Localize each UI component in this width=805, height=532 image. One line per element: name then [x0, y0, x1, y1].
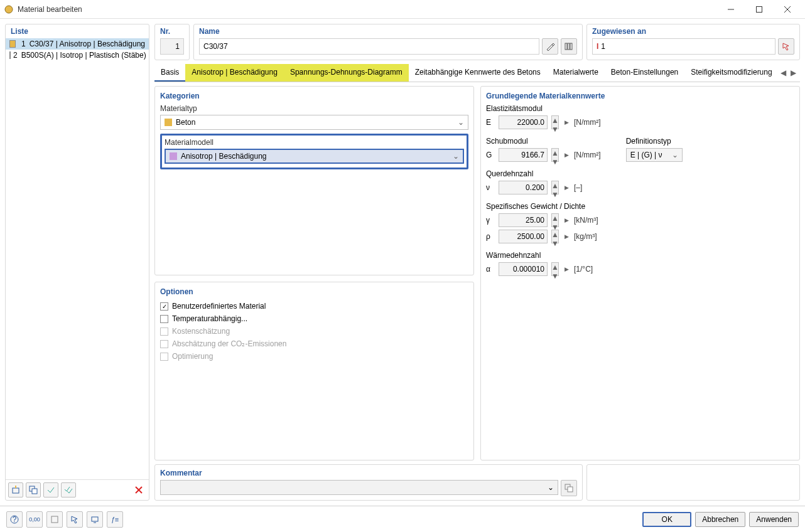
tab-beton-einstellungen[interactable]: Beton-Einstellungen [605, 64, 684, 82]
g-unit: [N/mm²] [574, 151, 601, 159]
e-symbol: E [486, 118, 495, 127]
svg-rect-2 [756, 6, 762, 12]
minimize-button[interactable] [716, 1, 745, 18]
assigned-input[interactable]: I1 [592, 38, 775, 55]
tab-anisotrop-besch-digung[interactable]: Anisotrop | Beschädigung [185, 64, 284, 82]
maximize-button[interactable] [745, 1, 773, 18]
definitiontype-dropdown[interactable]: E | (G) | ν ⌄ [626, 148, 683, 162]
nu-unit: [–] [574, 183, 582, 192]
svg-rect-19 [92, 517, 98, 521]
alpha-symbol: α [486, 265, 495, 274]
material-list: 1 C30/37 | Anisotrop | Beschädigung 2 B5… [6, 38, 149, 479]
svg-rect-12 [568, 43, 570, 50]
display-button[interactable] [87, 511, 103, 528]
name-input[interactable]: C30/37 [199, 38, 539, 55]
new-item-button[interactable] [8, 482, 23, 497]
chevron-down-icon: ⌄ [453, 152, 459, 161]
library-button[interactable] [561, 38, 577, 55]
svg-text:?: ? [13, 515, 17, 524]
chevron-down-icon: ⌄ [548, 483, 554, 492]
nu-goto[interactable]: ▶ [563, 181, 570, 194]
svg-rect-18 [51, 516, 58, 523]
tab-materialwerte[interactable]: Materialwerte [547, 64, 605, 82]
e-goto[interactable]: ▶ [563, 115, 570, 129]
list-toolbar [6, 479, 149, 500]
copy-item-button[interactable] [26, 482, 41, 497]
nu-label: Querdehnzahl [486, 169, 794, 178]
tab-steifigkeitsmodifizierung[interactable]: Steifigkeitsmodifizierung [684, 64, 776, 82]
g-goto[interactable]: ▶ [563, 148, 570, 162]
pick-assigned-button[interactable] [778, 38, 794, 55]
tab-zeitabh-ngige-kennwerte-des-betons[interactable]: Zeitabhängige Kennwerte des Betons [409, 64, 547, 82]
comment-dropdown[interactable]: ⌄ [160, 480, 558, 495]
e-label: Elastizitätsmodul [486, 104, 794, 113]
checkbox[interactable] [160, 315, 168, 323]
list-item[interactable]: 1 C30/37 | Anisotrop | Beschädigung [6, 38, 149, 50]
tabs-scroll-right[interactable]: ▶ [789, 68, 797, 77]
e-input[interactable]: 22000.0 [499, 115, 548, 129]
ok-button[interactable]: OK [642, 512, 691, 527]
option-row[interactable]: Temperaturabhängig... [160, 312, 468, 325]
alpha-input[interactable]: 0.000010 [499, 262, 548, 276]
cancel-button[interactable]: Abbrechen [695, 512, 745, 527]
option-label: Abschätzung der CO₂-Emissionen [172, 339, 286, 348]
alpha-spinner[interactable]: ▲▼ [551, 262, 559, 276]
materialmodel-value: Anisotrop | Beschädigung [181, 152, 267, 161]
apply-button[interactable]: Anwenden [749, 512, 799, 527]
option-row[interactable]: ✓Benutzerdefiniertes Material [160, 300, 468, 312]
check-all-button[interactable] [61, 482, 76, 497]
dialog-footer: ? 0,00 ƒ≡ OK Abbrechen Anwenden [0, 506, 805, 532]
categories-panel: Kategorien Materialtyp Beton ⌄ Materialm… [154, 86, 474, 275]
comment-panel: Kommentar ⌄ [154, 464, 583, 501]
rho-spinner[interactable]: ▲▼ [551, 230, 559, 243]
gamma-spinner[interactable]: ▲▼ [551, 213, 559, 227]
materialmodel-label: Materialmodell [165, 138, 464, 147]
properties-panel: Grundlegende Materialkennwerte Elastizit… [480, 86, 800, 460]
nr-input[interactable]: 1 [160, 38, 184, 55]
definitiontype-label: Definitionstyp [626, 137, 683, 146]
nu-spinner[interactable]: ▲▼ [551, 181, 559, 194]
tabs-scroll-left[interactable]: ◀ [779, 68, 787, 77]
app-icon [4, 4, 14, 14]
tab-basis[interactable]: Basis [154, 64, 185, 82]
gamma-input[interactable]: 25.00 [499, 213, 548, 227]
select-button[interactable] [67, 511, 83, 528]
delete-button[interactable] [131, 482, 146, 497]
svg-rect-13 [570, 43, 572, 50]
help-button[interactable]: ? [6, 511, 23, 528]
categories-header: Kategorien [160, 92, 468, 100]
rho-input[interactable]: 2500.00 [499, 230, 548, 243]
comment-copy-button[interactable] [561, 480, 577, 496]
check-button[interactable] [43, 482, 58, 497]
tab-spannungs-dehnungs-diagramm[interactable]: Spannungs-Dehnungs-Diagramm [284, 64, 409, 82]
svg-rect-5 [13, 488, 19, 493]
name-field-group: Name C30/37 [193, 24, 583, 60]
window-title: Material bearbeiten [18, 5, 716, 14]
materialtype-label: Materialtyp [160, 104, 468, 113]
view-button[interactable] [46, 511, 63, 528]
option-label: Temperaturabhängig... [172, 314, 247, 323]
list-item-label: B500S(A) | Isotrop | Plastisch (Stäbe) [21, 51, 146, 60]
materialtype-dropdown[interactable]: Beton ⌄ [160, 115, 468, 130]
options-header: Optionen [160, 287, 468, 296]
e-spinner[interactable]: ▲▼ [551, 115, 559, 129]
checkbox[interactable]: ✓ [160, 302, 168, 311]
list-item[interactable]: 2 B500S(A) | Isotrop | Plastisch (Stäbe) [6, 50, 149, 61]
edit-name-button[interactable] [542, 38, 558, 55]
gamma-goto[interactable]: ▶ [563, 213, 570, 227]
nu-input[interactable]: 0.200 [499, 181, 548, 194]
color-swatch [9, 40, 16, 48]
titlebar: Material bearbeiten [0, 0, 805, 19]
units-button[interactable]: 0,00 [26, 511, 43, 528]
alpha-goto[interactable]: ▶ [563, 262, 570, 276]
rho-goto[interactable]: ▶ [563, 230, 570, 243]
rho-unit: [kg/m³] [574, 232, 597, 241]
chevron-down-icon: ⌄ [458, 118, 464, 127]
g-input[interactable]: 9166.7 [499, 148, 548, 162]
close-button[interactable] [773, 1, 801, 18]
g-label: Schubmodul [486, 137, 601, 146]
g-spinner[interactable]: ▲▼ [551, 148, 559, 162]
alpha-label: Wärmedehnzahl [486, 251, 794, 260]
function-button[interactable]: ƒ≡ [107, 511, 123, 528]
materialmodel-dropdown[interactable]: Anisotrop | Beschädigung ⌄ [165, 149, 464, 164]
